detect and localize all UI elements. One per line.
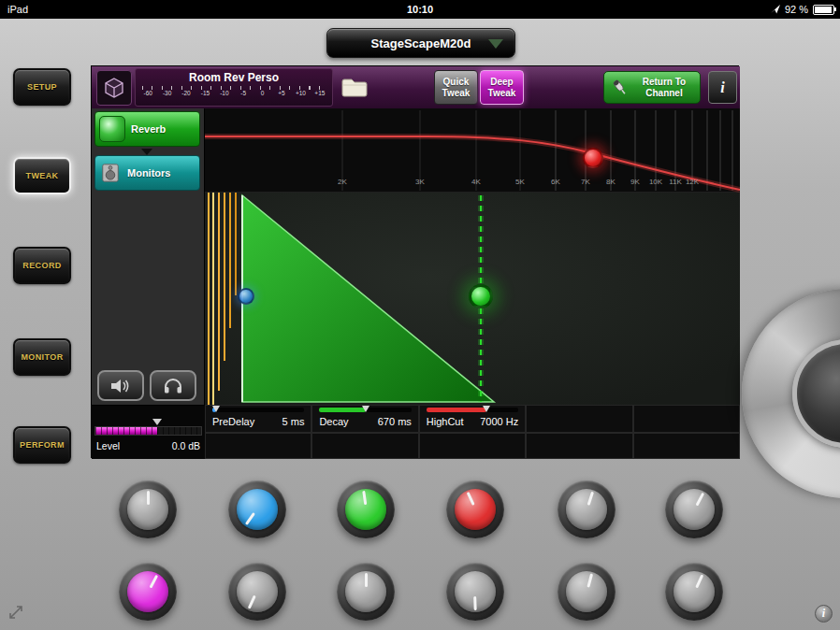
panel-header: Room Rev Perso -60-30-20-15-10-50+5+10+1… [92, 66, 740, 109]
sidebar-item-monitor[interactable]: MONITOR [13, 338, 71, 376]
quick-tweak-label: Quick Tweak [435, 77, 477, 98]
level-label: Level [96, 440, 120, 451]
param-cell-empty [311, 433, 418, 459]
knob-7-level[interactable] [119, 563, 177, 621]
status-bar: iPad 10:10 92 % [0, 0, 840, 19]
knob-11[interactable] [558, 563, 616, 621]
knob-6[interactable] [665, 480, 723, 538]
param-cell-empty [419, 433, 526, 459]
freq-label: 8K [606, 178, 616, 186]
reverb-label: Reverb [131, 123, 166, 135]
parameter-grid: PreDelay 5 ms Decay 670 ms HighCut 7000 … [205, 405, 740, 459]
monitors-label: Monitors [127, 167, 170, 179]
cube-icon[interactable] [96, 70, 132, 106]
param-name: Decay [319, 416, 348, 427]
param-cell-empty [633, 405, 740, 433]
level-meter[interactable] [94, 426, 202, 436]
sidebar-item-tweak[interactable]: TWEAK [13, 157, 71, 194]
knob-3-decay[interactable] [337, 480, 395, 538]
param-value: 670 ms [378, 416, 412, 427]
param-cell-empty [633, 433, 740, 459]
param-cell-predelay[interactable]: PreDelay 5 ms [205, 405, 311, 433]
knob-8[interactable] [228, 563, 286, 621]
battery-icon [813, 5, 834, 15]
folder-icon[interactable] [339, 74, 370, 100]
knob-12[interactable] [665, 563, 723, 621]
param-value: 7000 Hz [480, 416, 518, 427]
sidebar-label: RECORD [22, 261, 61, 270]
predelay-handle[interactable] [238, 288, 254, 305]
knob-5[interactable] [558, 480, 616, 538]
predelay-bar[interactable] [212, 408, 304, 412]
sidebar-item-perform[interactable]: PERFORM [13, 426, 71, 464]
deep-tweak-label: Deep Tweak [481, 77, 523, 98]
freq-label: 5K [515, 178, 525, 186]
sidebar-item-setup[interactable]: SETUP [13, 68, 71, 106]
param-value: 5 ms [282, 416, 305, 427]
freq-label: 12K [686, 178, 699, 186]
device-selector-label: StageScapeM20d [371, 36, 471, 50]
level-section: Level 0.0 dB [92, 405, 205, 459]
microphone-icon [608, 78, 632, 98]
channel-nameplate: Room Rev Perso -60-30-20-15-10-50+5+10+1… [135, 68, 333, 107]
resize-handle-icon[interactable] [7, 604, 24, 624]
freq-label: 10K [649, 178, 662, 186]
knob-1[interactable] [119, 480, 177, 538]
processor-column: Reverb Monitors [92, 108, 205, 459]
param-cell-decay[interactable]: Decay 670 ms [311, 405, 418, 433]
info-label: i [720, 79, 724, 96]
meter-scale: -60-30-20-15-10-50+5+10+15 [138, 90, 329, 96]
return-to-channel-label: Return To Channel [635, 77, 693, 99]
app-info-button[interactable]: i [815, 605, 833, 623]
sidebar-label: PERFORM [20, 440, 65, 450]
device-selector[interactable]: StageScapeM20d [326, 28, 515, 58]
headphones-icon [164, 379, 182, 394]
param-cell-empty [526, 405, 632, 433]
decay-handle[interactable] [469, 284, 493, 308]
highcut-handle[interactable] [583, 148, 603, 168]
knob-4-highcut[interactable] [446, 480, 504, 538]
tweak-panel: Room Rev Perso -60-30-20-15-10-50+5+10+1… [91, 65, 739, 458]
knob-10[interactable] [446, 563, 504, 621]
quick-tweak-button[interactable]: Quick Tweak [434, 70, 478, 105]
headphones-output-button[interactable] [150, 370, 196, 401]
chevron-down-icon [488, 39, 503, 49]
freq-label: 3K [415, 178, 425, 186]
app-info-label: i [822, 607, 825, 621]
clock: 10:10 [0, 4, 840, 15]
deep-tweak-button[interactable]: Deep Tweak [480, 70, 524, 105]
info-button[interactable]: i [708, 71, 737, 104]
battery-percent: 92 % [785, 4, 808, 15]
decay-bar[interactable] [319, 408, 411, 412]
level-meter-ticks [95, 427, 201, 435]
param-name: HighCut [427, 416, 464, 427]
reverb-graph: 2K 3K 4K 5K 6K 7K 8K 9K 10K 11K 12K [205, 108, 740, 405]
channel-name: Room Rev Perso [136, 71, 332, 84]
monitors-icon [99, 162, 122, 184]
speaker-output-button[interactable] [97, 370, 144, 401]
freq-label: 9K [630, 178, 640, 186]
return-to-channel-button[interactable]: Return To Channel [603, 71, 701, 104]
knob-9[interactable] [337, 563, 395, 621]
param-name: PreDelay [212, 416, 254, 427]
location-icon [771, 5, 780, 14]
level-meter-marker[interactable] [152, 419, 162, 425]
freq-label: 11K [669, 178, 682, 186]
param-cell-highcut[interactable]: HighCut 7000 Hz [419, 405, 526, 433]
freq-label: 7K [581, 178, 590, 186]
decay-envelope-display [205, 193, 740, 405]
app-window: iPad 10:10 92 % StageScapeM20d SETUP TWE… [0, 0, 840, 630]
processor-monitors-button[interactable]: Monitors [94, 155, 200, 191]
level-value: 0.0 dB [172, 440, 200, 451]
highcut-bar[interactable] [427, 408, 518, 412]
freq-label: 6K [551, 178, 560, 186]
eq-display: 2K 3K 4K 5K 6K 7K 8K 9K 10K 11K 12K [205, 108, 740, 193]
processor-reverb-button[interactable]: Reverb [94, 111, 200, 147]
knob-2-predelay[interactable] [228, 480, 286, 538]
param-cell-empty [205, 433, 311, 459]
param-cell-empty [526, 433, 632, 459]
sidebar-item-record[interactable]: RECORD [13, 247, 71, 284]
sidebar-label: TWEAK [26, 171, 59, 180]
reverb-icon [99, 116, 125, 142]
freq-label: 4K [471, 178, 481, 186]
